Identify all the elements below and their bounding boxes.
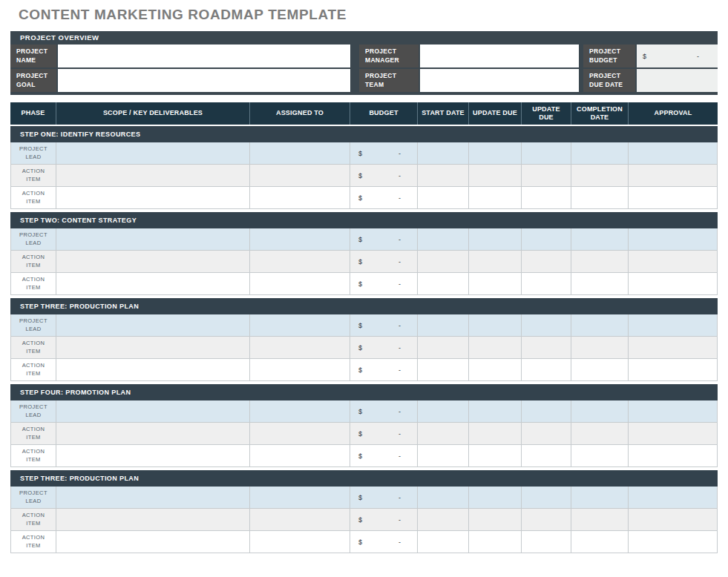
assigned-to-cell[interactable] [250, 531, 350, 553]
completion-date-cell[interactable] [571, 251, 629, 273]
scope-cell[interactable] [56, 337, 250, 359]
start-date-cell[interactable] [418, 487, 469, 509]
update-due-1-cell[interactable] [469, 228, 522, 251]
completion-date-cell[interactable] [571, 228, 629, 251]
completion-date-cell[interactable] [571, 337, 629, 359]
update-due-2-cell[interactable] [522, 509, 571, 531]
budget-cell[interactable]: $- [350, 423, 418, 445]
approval-cell[interactable] [629, 423, 718, 445]
budget-cell[interactable]: $- [350, 445, 418, 467]
update-due-1-cell[interactable] [469, 531, 522, 553]
start-date-cell[interactable] [418, 359, 469, 381]
scope-cell[interactable] [56, 531, 250, 553]
approval-cell[interactable] [629, 142, 718, 165]
update-due-2-cell[interactable] [522, 314, 571, 337]
start-date-cell[interactable] [418, 509, 469, 531]
completion-date-cell[interactable] [571, 273, 629, 295]
start-date-cell[interactable] [418, 251, 469, 273]
project-budget-value[interactable]: $ - [637, 44, 718, 69]
update-due-1-cell[interactable] [469, 273, 522, 295]
approval-cell[interactable] [629, 337, 718, 359]
budget-cell[interactable]: $- [350, 165, 418, 187]
scope-cell[interactable] [56, 142, 250, 165]
approval-cell[interactable] [629, 359, 718, 381]
approval-cell[interactable] [629, 187, 718, 209]
update-due-2-cell[interactable] [522, 187, 571, 209]
scope-cell[interactable] [56, 273, 250, 295]
update-due-2-cell[interactable] [522, 400, 571, 423]
start-date-cell[interactable] [418, 423, 469, 445]
budget-cell[interactable]: $- [350, 273, 418, 295]
start-date-cell[interactable] [418, 187, 469, 209]
assigned-to-cell[interactable] [250, 187, 350, 209]
scope-cell[interactable] [56, 423, 250, 445]
budget-cell[interactable]: $- [350, 400, 418, 423]
project-due-date-value[interactable] [637, 69, 718, 93]
scope-cell[interactable] [56, 509, 250, 531]
update-due-2-cell[interactable] [522, 165, 571, 187]
scope-cell[interactable] [56, 359, 250, 381]
start-date-cell[interactable] [418, 400, 469, 423]
update-due-2-cell[interactable] [522, 337, 571, 359]
assigned-to-cell[interactable] [250, 228, 350, 251]
completion-date-cell[interactable] [571, 509, 629, 531]
assigned-to-cell[interactable] [250, 273, 350, 295]
approval-cell[interactable] [629, 509, 718, 531]
update-due-1-cell[interactable] [469, 314, 522, 337]
update-due-1-cell[interactable] [469, 359, 522, 381]
completion-date-cell[interactable] [571, 165, 629, 187]
project-goal-input[interactable] [58, 69, 350, 92]
update-due-2-cell[interactable] [522, 142, 571, 165]
scope-cell[interactable] [56, 228, 250, 251]
scope-cell[interactable] [56, 445, 250, 467]
approval-cell[interactable] [629, 228, 718, 251]
update-due-1-cell[interactable] [469, 187, 522, 209]
assigned-to-cell[interactable] [250, 359, 350, 381]
completion-date-cell[interactable] [571, 531, 629, 553]
start-date-cell[interactable] [418, 273, 469, 295]
start-date-cell[interactable] [418, 228, 469, 251]
update-due-1-cell[interactable] [469, 337, 522, 359]
approval-cell[interactable] [629, 400, 718, 423]
assigned-to-cell[interactable] [250, 445, 350, 467]
assigned-to-cell[interactable] [250, 142, 350, 165]
approval-cell[interactable] [629, 251, 718, 273]
scope-cell[interactable] [56, 487, 250, 509]
scope-cell[interactable] [56, 165, 250, 187]
update-due-1-cell[interactable] [469, 400, 522, 423]
start-date-cell[interactable] [418, 337, 469, 359]
start-date-cell[interactable] [418, 165, 469, 187]
completion-date-cell[interactable] [571, 314, 629, 337]
start-date-cell[interactable] [418, 142, 469, 165]
assigned-to-cell[interactable] [250, 400, 350, 423]
scope-cell[interactable] [56, 400, 250, 423]
budget-cell[interactable]: $- [350, 314, 418, 337]
project-team-input[interactable] [420, 69, 579, 92]
update-due-2-cell[interactable] [522, 251, 571, 273]
start-date-cell[interactable] [418, 531, 469, 553]
completion-date-cell[interactable] [571, 445, 629, 467]
update-due-2-cell[interactable] [522, 487, 571, 509]
update-due-2-cell[interactable] [522, 359, 571, 381]
budget-cell[interactable]: $- [350, 509, 418, 531]
update-due-2-cell[interactable] [522, 423, 571, 445]
start-date-cell[interactable] [418, 445, 469, 467]
scope-cell[interactable] [56, 314, 250, 337]
budget-cell[interactable]: $- [350, 531, 418, 553]
approval-cell[interactable] [629, 445, 718, 467]
update-due-1-cell[interactable] [469, 165, 522, 187]
update-due-2-cell[interactable] [522, 445, 571, 467]
budget-cell[interactable]: $- [350, 251, 418, 273]
assigned-to-cell[interactable] [250, 165, 350, 187]
update-due-1-cell[interactable] [469, 509, 522, 531]
assigned-to-cell[interactable] [250, 423, 350, 445]
approval-cell[interactable] [629, 314, 718, 337]
assigned-to-cell[interactable] [250, 337, 350, 359]
budget-cell[interactable]: $- [350, 228, 418, 251]
assigned-to-cell[interactable] [250, 509, 350, 531]
approval-cell[interactable] [629, 165, 718, 187]
approval-cell[interactable] [629, 487, 718, 509]
update-due-1-cell[interactable] [469, 445, 522, 467]
approval-cell[interactable] [629, 531, 718, 553]
update-due-2-cell[interactable] [522, 228, 571, 251]
